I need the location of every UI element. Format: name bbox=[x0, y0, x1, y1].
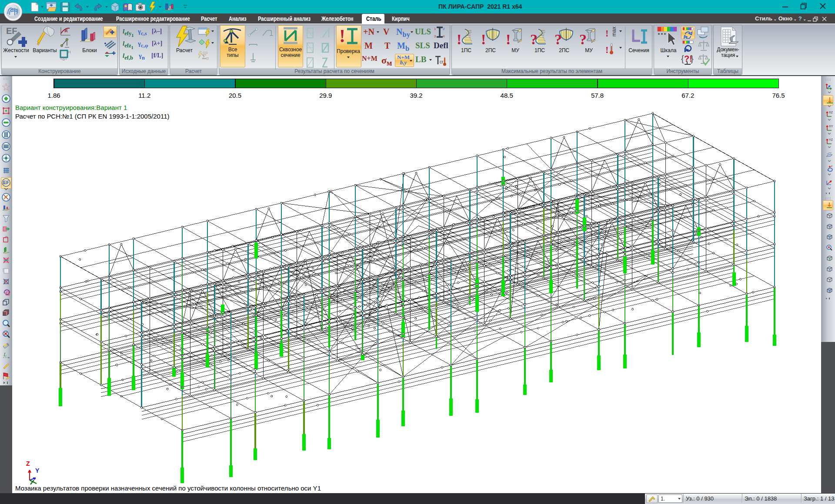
svg-text:L: L bbox=[3, 351, 7, 358]
svg-text:3: 3 bbox=[434, 34, 436, 38]
svg-text:!: ! bbox=[457, 31, 461, 46]
svg-text:!: ! bbox=[481, 31, 486, 46]
svg-text:}: } bbox=[691, 54, 694, 63]
svg-text:EF: EF bbox=[3, 180, 9, 185]
svg-text:!: ! bbox=[339, 26, 345, 46]
svg-text:Z: Z bbox=[26, 461, 30, 467]
svg-text:EF: EF bbox=[6, 26, 17, 36]
svg-text:max: max bbox=[611, 27, 617, 36]
svg-text:!: ! bbox=[605, 44, 608, 55]
svg-text:1: 1 bbox=[434, 27, 436, 31]
svg-text:XZ: XZ bbox=[829, 111, 833, 114]
svg-text:XY: XY bbox=[829, 125, 833, 128]
svg-text:Σ: Σ bbox=[202, 53, 206, 60]
svg-text:2: 2 bbox=[443, 27, 445, 31]
svg-text:R: R bbox=[64, 28, 68, 33]
svg-text:z: z bbox=[831, 165, 832, 167]
svg-text:{: { bbox=[681, 54, 684, 63]
svg-text:σ: σ bbox=[206, 56, 209, 61]
svg-text:cr: cr bbox=[440, 60, 444, 64]
svg-text:?: ? bbox=[579, 31, 587, 46]
svg-text:+B+: +B+ bbox=[60, 57, 67, 61]
svg-text:YZ: YZ bbox=[829, 138, 833, 141]
svg-text:!: ! bbox=[506, 31, 511, 46]
svg-text:!: ! bbox=[605, 28, 608, 39]
svg-text:Y: Y bbox=[35, 467, 40, 474]
svg-text:4: 4 bbox=[443, 34, 445, 38]
